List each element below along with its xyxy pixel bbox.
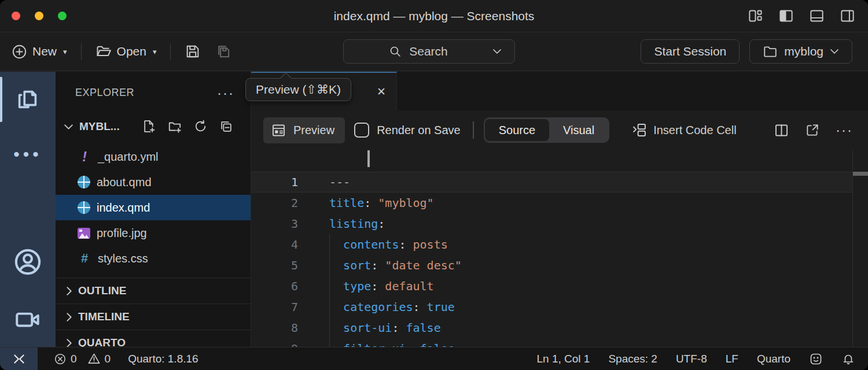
tooltip-text: Preview (⇧⌘K)	[256, 83, 341, 96]
line-content: title: "myblog"	[329, 193, 434, 213]
explorer-title: EXPLORER	[75, 87, 134, 99]
explorer-more-actions-button[interactable]: ···	[217, 90, 234, 96]
error-count: 0	[71, 353, 77, 365]
preview-tooltip: Preview (⇧⌘K)	[245, 78, 351, 101]
feedback-smiley-icon[interactable]	[809, 352, 823, 366]
account-button[interactable]	[0, 247, 56, 277]
window-title: index.qmd — myblog — Screenshots	[0, 9, 868, 23]
start-session-button[interactable]: Start Session	[641, 39, 740, 64]
status-bar: 0 0 Quarto: 1.8.16 Ln 1, Col 1 Spaces: 2…	[0, 347, 868, 370]
render-on-save-checkbox[interactable]	[354, 123, 369, 138]
insert-cell-icon	[631, 122, 648, 138]
encoding-status[interactable]: UTF-8	[676, 353, 707, 365]
save-all-icon[interactable]	[216, 43, 232, 60]
new-file-icon[interactable]	[142, 119, 156, 134]
line-number: 1	[251, 172, 329, 192]
overview-ruler-border	[852, 150, 853, 347]
line-number: 7	[251, 297, 329, 317]
eol-status[interactable]: LF	[726, 353, 738, 365]
save-icon[interactable]	[185, 43, 201, 60]
visual-mode-button[interactable]: Visual	[549, 119, 608, 141]
line-content: categories: true	[329, 297, 455, 317]
scrollbar-thumb[interactable]	[853, 172, 868, 176]
line-content: ---	[329, 172, 350, 192]
notifications-bell-icon[interactable]	[841, 352, 855, 366]
workspace-section-header[interactable]: MYBL...	[56, 114, 251, 139]
file-name: styles.css	[98, 252, 148, 265]
code-line-4[interactable]: 4 contents: posts	[251, 234, 852, 255]
app-window: index.qmd — myblog — Screenshots New ▾ O…	[0, 0, 868, 370]
line-content: contents: posts	[329, 234, 448, 255]
section-timeline[interactable]: TIMELINE	[56, 304, 251, 330]
search-input[interactable]: Search	[343, 39, 515, 64]
section-quarto[interactable]: QUARTO	[56, 330, 251, 347]
language-mode-status[interactable]: Quarto	[757, 353, 790, 365]
explorer-view-button[interactable]	[0, 86, 56, 113]
insert-code-cell-button[interactable]: Insert Code Cell	[631, 122, 736, 138]
new-folder-icon[interactable]	[167, 119, 182, 134]
chevron-right-icon	[65, 286, 73, 296]
code-line-3[interactable]: 3listing:	[251, 213, 852, 234]
screencast-button[interactable]	[0, 305, 56, 334]
line-number: 9	[251, 338, 329, 347]
preview-button[interactable]: Preview	[263, 117, 345, 143]
close-window-button[interactable]	[12, 12, 20, 20]
code-line-7[interactable]: 7 categories: true	[251, 297, 852, 317]
toggle-right-panel-icon[interactable]	[840, 8, 855, 24]
file-row-styles.css[interactable]: styles.css	[56, 246, 251, 271]
cursor-position-status[interactable]: Ln 1, Col 1	[536, 353, 590, 365]
split-editor-icon[interactable]	[774, 123, 789, 138]
quarto-version-status[interactable]: Quarto: 1.8.16	[128, 353, 198, 365]
line-number: 4	[251, 234, 329, 255]
insert-code-cell-label: Insert Code Cell	[653, 124, 736, 137]
files-icon	[14, 86, 41, 113]
line-content: filter-ui: false	[329, 338, 455, 347]
plus-circle-icon	[12, 44, 27, 60]
search-placeholder: Search	[409, 45, 448, 58]
top-toolbar: New ▾ Open ▾ Search Start Session	[0, 32, 868, 71]
titlebar: index.qmd — myblog — Screenshots	[0, 0, 868, 32]
refresh-icon[interactable]	[193, 119, 208, 134]
code-line-5[interactable]: 5 sort: "date desc"	[251, 255, 852, 276]
section-label: OUTLINE	[78, 284, 126, 297]
file-row-profile.jpg[interactable]: profile.jpg	[56, 220, 251, 246]
chevron-down-icon	[64, 123, 73, 131]
section-label: TIMELINE	[78, 310, 130, 323]
more-views-button[interactable]: •••	[0, 146, 56, 163]
toggle-bottom-panel-icon[interactable]	[809, 8, 825, 24]
file-row-_quarto.yml[interactable]: _quarto.yml	[56, 144, 251, 169]
chevron-down-icon: ▾	[63, 47, 67, 56]
code-line-1[interactable]: 1---	[251, 172, 852, 193]
folder-icon	[763, 44, 778, 59]
cursor-artifact	[367, 150, 370, 167]
indentation-status[interactable]: Spaces: 2	[608, 353, 657, 365]
close-icon[interactable]: ✕	[377, 85, 386, 98]
workspace-button[interactable]: myblog	[749, 39, 852, 64]
remote-indicator[interactable]	[0, 347, 38, 370]
code-editor[interactable]: 1---2title: "myblog"3listing:4 contents:…	[251, 150, 868, 347]
collapse-all-icon[interactable]	[219, 119, 233, 134]
file-name: index.qmd	[97, 201, 150, 214]
chevron-down-icon[interactable]	[492, 48, 502, 55]
source-mode-button[interactable]: Source	[485, 119, 549, 141]
video-camera-icon	[13, 305, 42, 334]
zoom-window-button[interactable]	[58, 12, 67, 20]
code-line-6[interactable]: 6 type: default	[251, 276, 852, 297]
problems-status[interactable]: 0 0	[54, 352, 111, 365]
file-row-index.qmd[interactable]: index.qmd	[56, 195, 251, 220]
new-button[interactable]: New ▾	[12, 44, 67, 60]
code-line-8[interactable]: 8 sort-ui: false	[251, 317, 852, 338]
warning-icon	[87, 352, 101, 365]
code-line-2[interactable]: 2title: "myblog"	[251, 193, 852, 213]
minimize-window-button[interactable]	[35, 12, 43, 20]
open-button[interactable]: Open ▾	[95, 43, 157, 60]
more-actions-button[interactable]: ···	[836, 122, 853, 138]
code-lines: 1---2title: "myblog"3listing:4 contents:…	[251, 172, 852, 347]
file-row-about.qmd[interactable]: about.qmd	[56, 169, 251, 195]
section-outline[interactable]: OUTLINE	[56, 278, 251, 304]
custom-layout-icon[interactable]	[748, 8, 763, 24]
code-line-9[interactable]: 9 filter-ui: false	[251, 338, 852, 347]
open-in-new-window-icon[interactable]	[805, 123, 820, 138]
toggle-left-panel-icon[interactable]	[778, 8, 794, 24]
ellipsis-icon: •••	[13, 146, 42, 163]
